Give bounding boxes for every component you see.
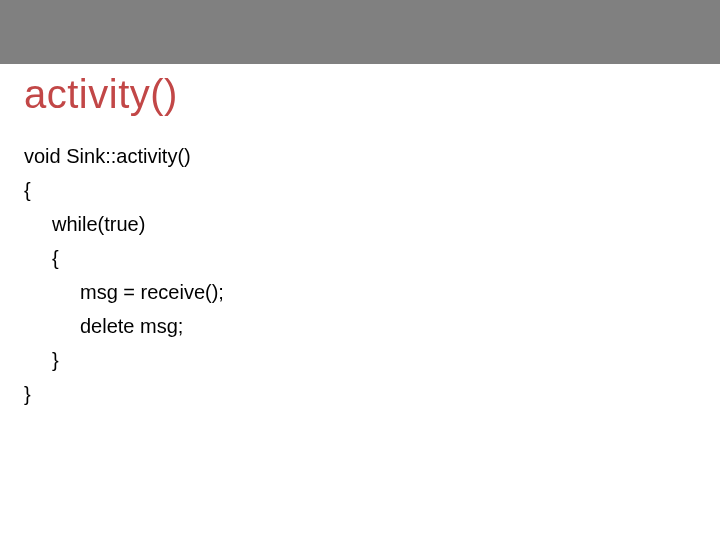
code-line: delete msg; [24,309,696,343]
slide-title: activity() [24,72,696,117]
code-line: void Sink::activity() [24,139,696,173]
code-line: { [24,173,696,207]
slide-content: activity() void Sink::activity() { while… [0,64,720,411]
code-block: void Sink::activity() { while(true) { ms… [24,139,696,411]
header-bar [0,0,720,64]
code-line: { [24,241,696,275]
code-line: } [24,343,696,377]
code-line: msg = receive(); [24,275,696,309]
code-line: } [24,377,696,411]
code-line: while(true) [24,207,696,241]
